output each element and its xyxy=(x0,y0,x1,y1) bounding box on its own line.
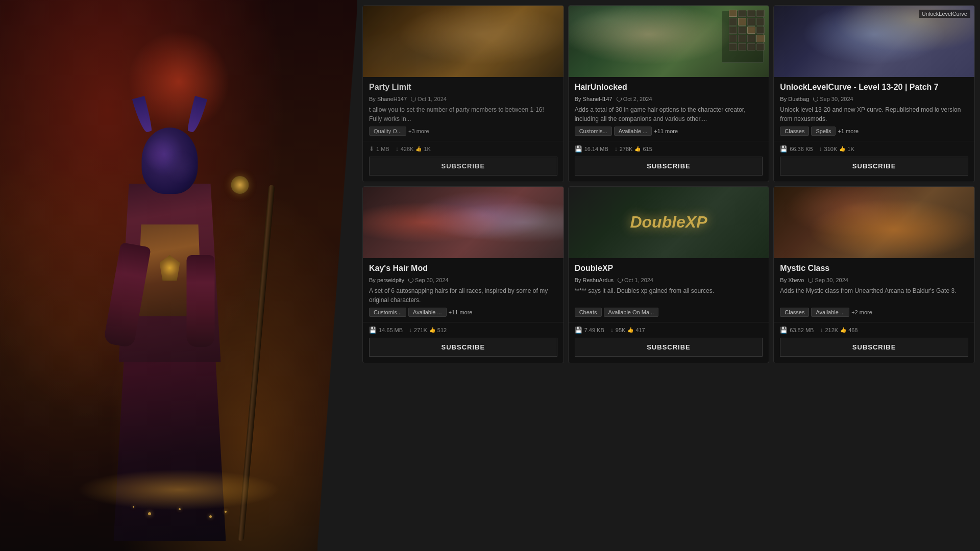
mod-tag[interactable]: Available ... xyxy=(408,308,447,317)
mod-tags: Customis... Available ... +11 more xyxy=(369,308,557,317)
mod-date: Oct 2, 2024 xyxy=(617,96,652,102)
subscribe-button-party[interactable]: SUBSCRIBE xyxy=(369,157,557,176)
character-horn-right xyxy=(186,96,207,134)
character-arm-right xyxy=(187,255,215,347)
mod-footer: ⬇ 1 MB ↓ 426K 👍 1K xyxy=(363,141,564,157)
download-value: 271K xyxy=(414,327,427,333)
hair-grid-cell xyxy=(747,10,755,17)
mod-tag-cheats[interactable]: Cheats xyxy=(575,308,602,317)
likes-value: 1K xyxy=(424,146,430,152)
particle xyxy=(179,508,181,510)
mod-description: A set of 6 autosnapping hairs for all ra… xyxy=(369,286,557,305)
mod-tag[interactable]: Available ... xyxy=(614,127,652,136)
mod-card-body: HairUnlocked By ShaneH147 Oct 2, 2024 Ad… xyxy=(569,77,769,141)
hair-grid-cell xyxy=(738,43,746,51)
mod-tag[interactable]: Classes xyxy=(780,308,809,317)
likes-value: 1K xyxy=(847,146,854,152)
mod-date: Oct 1, 2024 xyxy=(411,96,447,102)
subscribe-button-doublexp[interactable]: SUBSCRIBE xyxy=(575,338,763,357)
mod-image-kays-hair xyxy=(363,187,564,258)
mod-tag[interactable]: Spells xyxy=(811,127,836,136)
size-value: 66.36 KB xyxy=(790,146,813,152)
mod-tag-more[interactable]: +1 more xyxy=(838,128,859,134)
hair-grid-cell xyxy=(738,18,746,25)
floppy-icon: 💾 xyxy=(369,327,377,334)
mod-tag[interactable]: Customis... xyxy=(369,308,406,317)
subscribe-button-hair[interactable]: SUBSCRIBE xyxy=(575,157,763,176)
mod-tag-more[interactable]: +3 more xyxy=(408,128,429,134)
file-size: 💾 63.82 MB xyxy=(780,327,814,334)
mod-description: Adds a total of 30 in game hair options … xyxy=(575,105,763,123)
mod-tags: Customis... Available ... +11 more xyxy=(575,127,763,136)
mod-card-body: Mystic Class By Xhevo Sep 30, 2024 Adds … xyxy=(774,258,974,322)
size-value: 1 MB xyxy=(376,146,389,152)
size-value: 16.14 MB xyxy=(584,146,608,152)
mod-meta: By ReshuArdus Oct 1, 2024 xyxy=(575,277,763,283)
likes-value: 417 xyxy=(635,327,645,333)
thumbs-up-icon: 👍 xyxy=(429,327,435,333)
mod-image-header-text: UnlockLevelCurve xyxy=(919,10,970,18)
mod-title: Mystic Class xyxy=(780,263,968,274)
download-value: 310K xyxy=(824,146,838,152)
particle xyxy=(209,515,212,518)
size-value: 63.82 MB xyxy=(790,327,814,333)
thumbs-up-icon: 👍 xyxy=(839,146,845,152)
mod-footer: 💾 66.36 KB ↓ 310K 👍 1K xyxy=(774,141,974,157)
mod-tags: Classes Available ... +2 more xyxy=(780,308,968,317)
size-value: 14.65 MB xyxy=(379,327,403,333)
mod-card-body: Party Limit By ShaneH147 Oct 1, 2024 t a… xyxy=(363,77,564,141)
mod-meta: By ShaneH147 Oct 2, 2024 xyxy=(575,96,763,102)
subscribe-button-level[interactable]: SUBSCRIBE xyxy=(780,157,968,176)
sync-icon xyxy=(618,278,623,283)
hair-grid-cell xyxy=(738,10,746,17)
download-value: 426K xyxy=(401,146,414,152)
subscribe-button-mystic[interactable]: SUBSCRIBE xyxy=(780,338,968,357)
mod-tag[interactable]: Available ... xyxy=(811,308,849,317)
thumbs-up-icon: 👍 xyxy=(840,327,846,333)
sync-icon xyxy=(411,96,416,102)
file-size: 💾 7.49 KB xyxy=(575,327,604,334)
hair-grid-cell xyxy=(756,10,765,17)
hero-section xyxy=(0,0,357,551)
mod-card-party-limit: Party Limit By ShaneH147 Oct 1, 2024 t a… xyxy=(362,5,564,182)
mod-tag-more[interactable]: +11 more xyxy=(449,309,473,315)
mod-author: By perseidpity xyxy=(369,277,404,283)
arrow-down-icon: ↓ xyxy=(396,145,399,153)
thumbs-up-icon: 👍 xyxy=(634,146,641,152)
arrow-down-icon: ↓ xyxy=(409,327,412,334)
arrow-down-icon: ↓ xyxy=(820,327,823,334)
mod-tag-more[interactable]: +11 more xyxy=(654,128,678,134)
subscribe-button-kays-hair[interactable]: SUBSCRIBE xyxy=(369,338,557,357)
mod-title: Party Limit xyxy=(369,82,557,93)
mod-tag-more[interactable]: +2 more xyxy=(851,309,872,315)
mod-tag[interactable]: Classes xyxy=(780,127,809,136)
thumbs-up-icon: 👍 xyxy=(627,327,633,333)
mod-footer: 💾 63.82 MB ↓ 212K 👍 468 xyxy=(774,322,974,338)
mod-image-hair-unlocked xyxy=(569,6,769,77)
floppy-icon: 💾 xyxy=(780,327,788,334)
mod-stats: 💾 14.65 MB ↓ 271K 👍 512 xyxy=(369,327,447,334)
mod-tag-available[interactable]: Available On Ma... xyxy=(604,308,659,317)
mod-card-mystic-class: Mystic Class By Xhevo Sep 30, 2024 Adds … xyxy=(773,186,975,363)
sync-icon xyxy=(617,96,622,102)
download-value: 212K xyxy=(825,327,838,333)
download-count: ↓ 310K 👍 1K xyxy=(819,145,854,153)
mod-meta: By perseidpity Sep 30, 2024 xyxy=(369,277,557,283)
mod-date: Sep 30, 2024 xyxy=(808,277,848,283)
mod-description: t allow you to set the number of party m… xyxy=(369,105,557,123)
download-count: ↓ 212K 👍 468 xyxy=(820,327,857,334)
mod-card-hair-unlocked: HairUnlocked By ShaneH147 Oct 2, 2024 Ad… xyxy=(568,5,770,182)
mod-image-mystic-class xyxy=(774,187,974,258)
character-staff-orb xyxy=(231,176,249,194)
character-horn-left xyxy=(132,96,154,134)
file-size: 💾 16.14 MB xyxy=(575,145,608,153)
mod-tag[interactable]: Customis... xyxy=(575,127,612,136)
mod-image-unlock-level: UnlockLevelCurve xyxy=(774,6,974,77)
mod-tag[interactable]: Quality O... xyxy=(369,127,406,136)
download-value: 95K xyxy=(616,327,626,333)
mod-author: By ShaneH147 xyxy=(369,96,407,102)
mod-title: DoubleXP xyxy=(575,263,763,274)
hair-grid-cell xyxy=(729,18,737,25)
mod-footer: 💾 14.65 MB ↓ 271K 👍 512 xyxy=(363,322,564,338)
mod-stats: ⬇ 1 MB ↓ 426K 👍 1K xyxy=(369,145,431,153)
